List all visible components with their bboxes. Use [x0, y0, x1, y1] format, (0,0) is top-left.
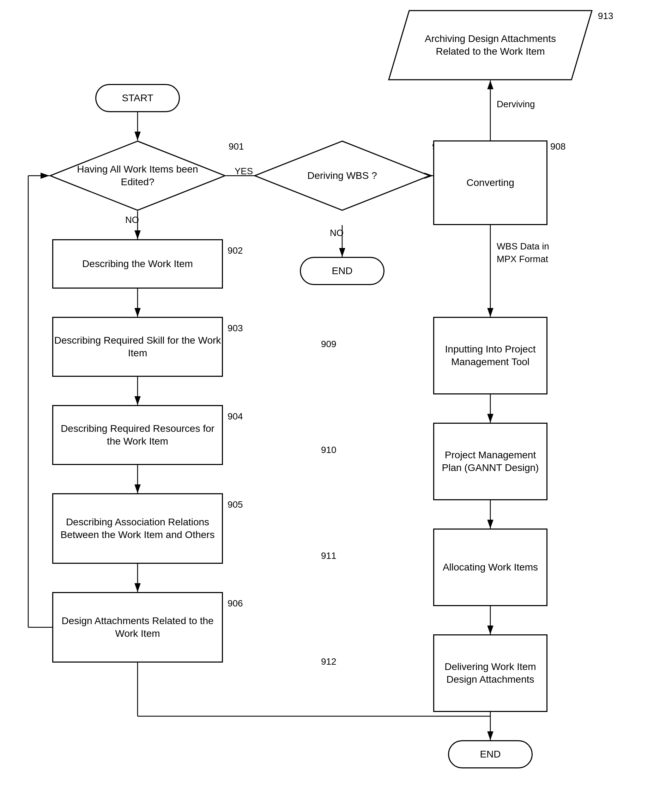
label-907-no: NO [330, 227, 344, 239]
label-901-no: NO [125, 215, 139, 226]
start-label: START [122, 92, 153, 104]
deriving-label: Derviving [497, 99, 535, 110]
ref-908: 908 [550, 141, 565, 152]
ref-904: 904 [227, 411, 243, 422]
flowchart-diagram: START Having All Work Items been Edited?… [0, 0, 672, 791]
ref-909: 909 [321, 339, 336, 350]
node-910: Project Management Plan (GANNT Design) [433, 423, 547, 500]
node-902: Describing the Work Item [52, 239, 223, 288]
node-902-label: Describing the Work Item [82, 258, 193, 270]
node-906: Design Attachments Related to the Work I… [52, 592, 223, 663]
node-907-label: Deriving WBS ? [276, 169, 408, 182]
ref-906: 906 [227, 598, 243, 609]
ref-902: 902 [227, 245, 243, 256]
node-913: Archiving Design Attachments Related to … [388, 10, 593, 80]
node-904: Describing Required Resources for the Wo… [52, 405, 223, 465]
start-node: START [95, 84, 180, 112]
node-908-label: Converting [466, 176, 514, 189]
ref-912: 912 [321, 656, 336, 667]
node-905-label: Describing Association Relations Between… [53, 516, 222, 541]
node-909: Inputting Into Project Management Tool [433, 317, 547, 394]
node-901-label: Having All Work Items been Edited? [72, 163, 204, 189]
node-907: Deriving WBS ? [254, 141, 430, 211]
label-901: YES [235, 166, 253, 177]
ref-913: 913 [598, 11, 613, 21]
end2-label: END [480, 748, 501, 761]
node-913-label: Archiving Design Attachments Related to … [419, 32, 562, 58]
node-910-label: Project Management Plan (GANNT Design) [434, 449, 546, 474]
node-909-label: Inputting Into Project Management Tool [434, 343, 546, 369]
wbs-data-label: WBS Data inMPX Format [497, 240, 549, 266]
node-911-label: Allocating Work Items [443, 561, 538, 574]
ref-903: 903 [227, 323, 243, 334]
node-911: Allocating Work Items [433, 528, 547, 606]
node-903: Describing Required Skill for the Work I… [52, 317, 223, 377]
node-912-label: Delivering Work Item Design Attachments [434, 660, 546, 686]
end2-node: END [448, 740, 533, 769]
arrows-layer [0, 0, 672, 791]
node-903-label: Describing Required Skill for the Work I… [53, 334, 222, 360]
ref-911: 911 [321, 550, 336, 561]
ref-910: 910 [321, 445, 336, 455]
node-906-label: Design Attachments Related to the Work I… [53, 615, 222, 640]
ref-901: 901 [229, 141, 244, 152]
node-905: Describing Association Relations Between… [52, 493, 223, 564]
ref-905: 905 [227, 499, 243, 510]
end1-node: END [300, 257, 384, 285]
node-912: Delivering Work Item Design Attachments [433, 634, 547, 712]
node-901: Having All Work Items been Edited? [50, 141, 226, 211]
end1-label: END [331, 264, 352, 277]
node-908: Converting [433, 141, 547, 225]
node-904-label: Describing Required Resources for the Wo… [53, 422, 222, 448]
